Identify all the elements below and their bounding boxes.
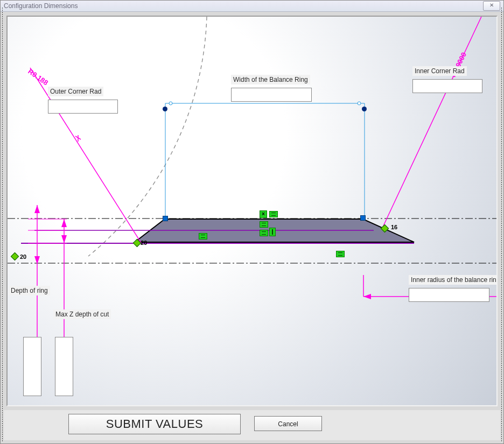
close-button[interactable]: ✕ <box>483 1 500 11</box>
dimension-value: 20 <box>141 239 147 246</box>
configuration-dimensions-dialog: Configuration Dimensions ✕ <box>0 0 504 444</box>
depth-of-ring-label: Depth of ring <box>9 286 50 295</box>
sketch-viewport[interactable]: × 16 20 20 R0.188 R0.0000 Outer Corner R… <box>6 16 498 406</box>
width-balance-ring-input[interactable] <box>231 88 312 102</box>
max-z-depth-input[interactable] <box>55 337 73 396</box>
outer-corner-rad-input[interactable] <box>48 100 118 114</box>
close-icon: ✕ <box>489 2 494 8</box>
constraint-equal-icon <box>260 221 268 228</box>
constraint-fixed-icon: × <box>260 210 267 218</box>
inner-corner-rad-group: Inner Corner Rad <box>412 66 482 93</box>
outer-corner-rad-group: Outer Corner Rad <box>48 87 118 114</box>
right-ruler-dots <box>501 7 502 442</box>
width-balance-ring-group: Width of the Balance Ring <box>231 75 312 102</box>
window-title: Configuration Dimensions <box>4 2 78 10</box>
inner-radius-ring-group: Inner radius of the balance ring <box>409 275 498 302</box>
sketch-endpoint <box>360 215 366 221</box>
button-bar: SUBMIT VALUES Cancel <box>4 410 500 440</box>
constraint-vertical-icon <box>269 228 276 236</box>
outer-corner-rad-label: Outer Corner Rad <box>48 87 103 96</box>
width-balance-ring-label: Width of the Balance Ring <box>231 75 310 84</box>
svg-marker-16 <box>363 294 371 299</box>
dimension-node <box>163 107 167 111</box>
depth-of-ring-input-group <box>23 337 41 396</box>
cancel-button[interactable]: Cancel <box>254 416 322 431</box>
svg-point-11 <box>358 102 361 105</box>
svg-marker-22 <box>61 235 67 243</box>
constraint-equal-icon <box>199 233 207 239</box>
inner-corner-rad-label: Inner Corner Rad <box>412 66 467 76</box>
max-z-depth-label: Max Z depth of cut <box>53 309 111 319</box>
constraint-equal-icon <box>269 211 278 217</box>
depth-of-ring-group: Depth of ring <box>9 286 50 295</box>
title-bar: Configuration Dimensions ✕ <box>1 1 503 12</box>
dimension-value: 20 <box>20 253 26 260</box>
dimension-value: 16 <box>391 224 397 230</box>
max-z-depth-group: Max Z depth of cut <box>53 309 111 319</box>
constraint-equal-icon <box>260 230 268 236</box>
constraint-equal-icon <box>336 251 345 257</box>
inner-radius-ring-label: Inner radius of the balance ring <box>409 275 498 285</box>
inner-radius-ring-input[interactable] <box>409 288 489 302</box>
left-ruler-dots <box>2 7 3 442</box>
submit-values-button[interactable]: SUBMIT VALUES <box>68 414 241 434</box>
sketch-endpoint <box>163 216 168 221</box>
max-z-depth-input-group <box>55 337 73 396</box>
svg-point-10 <box>169 102 172 105</box>
depth-of-ring-input[interactable] <box>23 337 41 396</box>
svg-marker-18 <box>34 205 40 213</box>
dimension-node <box>362 107 367 111</box>
inner-corner-rad-input[interactable] <box>412 79 482 93</box>
svg-marker-21 <box>61 219 67 227</box>
svg-line-13 <box>382 17 481 229</box>
